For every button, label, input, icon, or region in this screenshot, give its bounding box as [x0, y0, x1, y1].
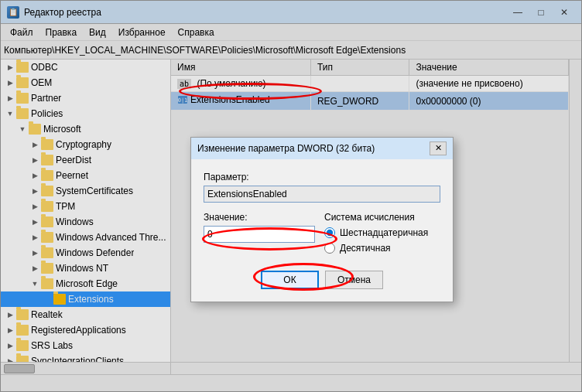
radio-hex-option[interactable]: Шестнадцатеричная [324, 227, 440, 238]
radio-hex-label: Шестнадцатеричная [340, 227, 428, 238]
cancel-button[interactable]: Отмена [325, 271, 383, 289]
dialog-title-bar: Изменение параметра DWORD (32 бита) ✕ [191, 138, 453, 159]
number-system-label: Система исчисления [324, 212, 440, 223]
value-section: Значение: [204, 212, 315, 243]
radio-dec-input[interactable] [324, 243, 335, 254]
param-input[interactable] [204, 186, 440, 203]
dialog-close-button[interactable]: ✕ [430, 141, 447, 155]
value-label: Значение: [204, 212, 315, 223]
ok-button[interactable]: ОК [261, 271, 319, 289]
dialog-overlay: Изменение параметра DWORD (32 бита) ✕ Па… [0, 0, 582, 392]
radio-hex-input[interactable] [324, 227, 335, 238]
radio-dec-label: Десятичная [340, 243, 391, 254]
dialog-title: Изменение параметра DWORD (32 бита) [197, 143, 425, 154]
param-label: Параметр: [204, 172, 440, 182]
radio-dec-option[interactable]: Десятичная [324, 243, 440, 254]
value-input[interactable] [204, 226, 315, 243]
dialog-row: Значение: Система исчисления Шестнадцате… [204, 212, 440, 258]
dword-dialog: Изменение параметра DWORD (32 бита) ✕ Па… [190, 137, 454, 302]
radio-section: Система исчисления Шестнадцатеричная Дес… [324, 212, 440, 258]
dialog-buttons: ОК Отмена [204, 271, 440, 289]
dialog-body: Параметр: Значение: Система исчисления Ш… [191, 159, 453, 302]
